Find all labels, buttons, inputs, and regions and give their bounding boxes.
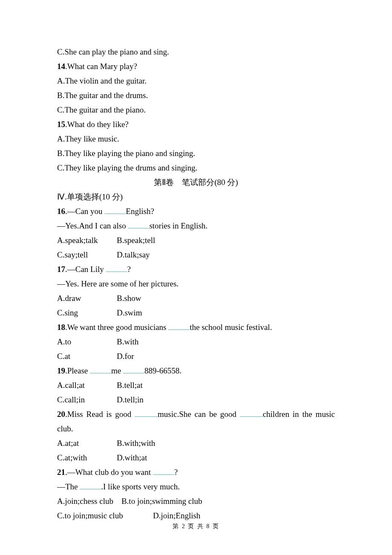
q20-stem: 20.Miss Read is good music.She can be go… — [57, 407, 335, 422]
q16-options-cd: C.say;tellD.talk;say — [57, 248, 335, 262]
q15-stem: 15.What do they like? — [57, 117, 335, 132]
q17-reply: —Yes. Here are some of her pictures. — [57, 277, 335, 291]
q16-pre: .—Can you — [65, 207, 104, 216]
q16-option-c: C.say;tell — [57, 248, 117, 262]
q16-reply: —Yes.And I can also stories in English. — [57, 219, 335, 233]
blank-input — [106, 264, 127, 272]
q16-option-a: A.speak;talk — [57, 233, 117, 248]
q19-option-b: B.tell;at — [117, 381, 143, 390]
q17-option-a: A.draw — [57, 291, 117, 306]
q16-num: 16 — [57, 207, 65, 216]
q17-post: ? — [127, 265, 131, 274]
q19-mid: me — [111, 366, 123, 375]
q14-option-c: C.The guitar and the piano. — [57, 103, 335, 117]
blank-input — [104, 206, 126, 214]
q21-options-cd: C.to join;music clubD.join;English — [57, 509, 335, 523]
q18-option-c: C.at — [57, 349, 117, 364]
q20-options-cd: C.at;withD.with;at — [57, 451, 335, 465]
q20-num: 20 — [57, 410, 65, 419]
q19-post: 889-66558. — [144, 366, 182, 375]
q16-reply-post: stories in English. — [149, 221, 208, 230]
q14-text: .What can Mary play? — [65, 62, 137, 71]
blank-input — [153, 467, 174, 475]
page-footer: 第 2 页 共 8 页 — [0, 523, 392, 530]
q15-option-c: C.They like playing the drums and singin… — [57, 161, 335, 175]
q17-pre: .—Can Lily — [65, 265, 106, 274]
q17-option-c: C.sing — [57, 306, 117, 320]
q16-reply-pre: —Yes.And I can also — [57, 221, 128, 230]
blank-input — [90, 365, 111, 373]
q17-options-ab: A.drawB.show — [57, 291, 335, 306]
q18-num: 18 — [57, 323, 65, 332]
q16-stem: 16.—Can you English? — [57, 204, 335, 219]
q19-options-ab: A.call;atB.tell;at — [57, 378, 335, 393]
q21-stem: 21.—What club do you want ? — [57, 465, 335, 480]
blank-input — [135, 409, 158, 417]
q15-text: .What do they like? — [65, 120, 129, 129]
q18-option-d: D.for — [117, 352, 134, 361]
q20-option-d: D.with;at — [117, 453, 147, 462]
q20-post: children in the music — [263, 410, 335, 419]
q16-options-ab: A.speak;talkB.speak;tell — [57, 233, 335, 248]
q17-stem: 17.—Can Lily ? — [57, 262, 335, 277]
q21-option-d: D.join;English — [153, 511, 200, 520]
q14-num: 14 — [57, 62, 65, 71]
q15-num: 15 — [57, 120, 65, 129]
q20-options-ab: A.at;atB.with;with — [57, 436, 335, 451]
blank-input — [80, 481, 101, 489]
q14-stem: 14.What can Mary play? — [57, 59, 335, 74]
q21-pre: .—What club do you want — [65, 468, 153, 477]
section4-heading: Ⅳ.单项选择(10 分) — [57, 190, 335, 204]
q18-stem: 18.We want three good musicians the scho… — [57, 320, 335, 335]
q21-reply: —The .I like sports very much. — [57, 480, 335, 494]
q18-pre: .We want three good musicians — [65, 323, 168, 332]
q19-pre: .Please — [65, 366, 90, 375]
blank-input — [168, 322, 190, 330]
q18-options-ab: A.toB.with — [57, 335, 335, 349]
q17-option-b: B.show — [117, 294, 141, 303]
blank-input — [128, 220, 149, 228]
q15-option-b: B.They like playing the piano and singin… — [57, 146, 335, 161]
q17-num: 17 — [57, 265, 65, 274]
q18-option-b: B.with — [117, 337, 138, 346]
part2-heading: 第Ⅱ卷 笔试部分(80 分) — [57, 175, 335, 190]
q19-stem: 19.Please me 889-66558. — [57, 364, 335, 378]
q19-option-c: C.call;in — [57, 393, 117, 407]
q20-option-a: A.at;at — [57, 436, 117, 451]
q18-options-cd: C.atD.for — [57, 349, 335, 364]
blank-input — [240, 409, 263, 417]
blank-input — [123, 365, 144, 373]
q21-option-c: C.to join;music club — [57, 509, 153, 523]
q20-pre: .Miss Read is good — [65, 410, 135, 419]
q13-option-c: C.She can play the piano and sing. — [57, 45, 335, 59]
q18-post: the school music festival. — [190, 323, 272, 332]
q20-option-c: C.at;with — [57, 451, 117, 465]
q16-option-d: D.talk;say — [117, 250, 150, 259]
q20-cont: club. — [57, 422, 335, 436]
q16-option-b: B.speak;tell — [117, 236, 155, 245]
q21-num: 21 — [57, 468, 65, 477]
q20-mid: music.She can be good — [158, 410, 240, 419]
q21-reply-post: .I like sports very much. — [101, 482, 180, 491]
q16-post: English? — [126, 207, 154, 216]
q21-post: ? — [174, 468, 178, 477]
q19-options-cd: C.call;inD.tell;in — [57, 393, 335, 407]
q20-option-b: B.with;with — [117, 439, 155, 448]
q18-option-a: A.to — [57, 335, 117, 349]
q21-reply-pre: —The — [57, 482, 80, 491]
q17-options-cd: C.singD.swim — [57, 306, 335, 320]
q19-option-d: D.tell;in — [117, 395, 144, 404]
q19-option-a: A.call;at — [57, 378, 117, 393]
q14-option-b: B.The guitar and the drums. — [57, 88, 335, 103]
q19-num: 19 — [57, 366, 65, 375]
q14-option-a: A.The violin and the guitar. — [57, 74, 335, 88]
q15-option-a: A.They like music. — [57, 132, 335, 146]
q21-options-ab: A.join;chess club B.to join;swimming clu… — [57, 494, 335, 509]
page: C.She can play the piano and sing. 14.Wh… — [0, 0, 392, 555]
q17-option-d: D.swim — [117, 308, 142, 317]
